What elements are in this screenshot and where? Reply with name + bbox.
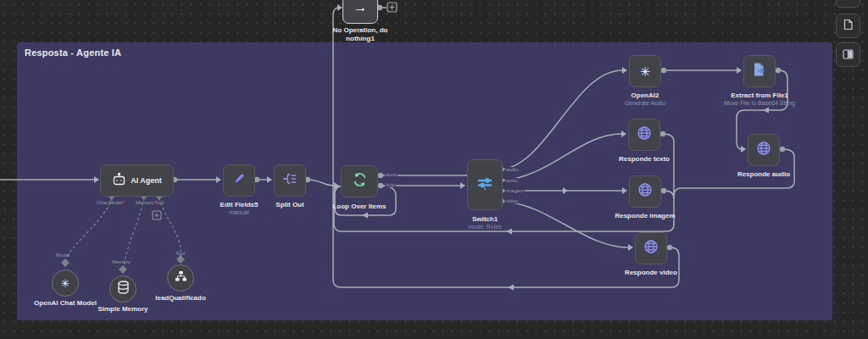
output-label-texto: texto — [505, 178, 518, 183]
connection-switch-texto — [501, 134, 621, 181]
node-title-ai-agent: AI Agent — [131, 176, 162, 185]
arrow-right-icon: → — [353, 0, 368, 14]
workflow-canvas[interactable]: Resposta - Agente IA — [0, 0, 868, 339]
node-label-openai-chat-model: OpenAI Chat Model — [34, 299, 97, 307]
node-leadqualificado[interactable] — [167, 264, 194, 292]
loop-icon — [352, 172, 368, 191]
output-dots[interactable] — [172, 5, 785, 250]
output-label-done: done — [385, 172, 398, 177]
node-responde-imagem[interactable] — [629, 175, 661, 208]
node-openai2[interactable]: ✳ — [629, 55, 661, 87]
split-panel-icon — [843, 47, 854, 63]
node-label-simple-memory: Simple Memory — [97, 305, 147, 313]
node-loop-over-items[interactable] — [341, 165, 378, 197]
node-responde-texto[interactable] — [628, 119, 660, 151]
node-openai-chat-model[interactable]: ✳ — [52, 270, 79, 297]
globe-icon — [637, 182, 653, 201]
node-simple-memory[interactable] — [109, 275, 136, 303]
file-icon — [843, 19, 854, 34]
toolbar-button-split-panel[interactable] — [836, 42, 860, 67]
dashed-chat-model — [66, 198, 112, 258]
connection-switch-video — [501, 201, 628, 247]
pencil-icon — [232, 172, 246, 189]
output-label-audio: audio — [505, 167, 520, 172]
file-export-icon — [753, 62, 767, 81]
connection-split-out-loop — [308, 180, 334, 186]
node-label-responde-video: Responde video — [625, 269, 677, 276]
openai-logo-icon: ✳ — [61, 278, 70, 289]
split-out-icon — [282, 172, 298, 189]
port-label-memory-sub: Memory — [112, 259, 131, 264]
node-label-no-operation: No Operation, donothing1 — [333, 26, 388, 44]
node-label-switch1: Switch1 — [472, 215, 498, 223]
node-split-out[interactable] — [274, 164, 306, 197]
globe-icon — [643, 239, 659, 258]
node-sublabel-switch1: mode: Rules — [468, 224, 501, 230]
globe-icon — [756, 141, 771, 159]
port-label-tool: Tool — [154, 200, 164, 205]
node-label-split-out: Split Out — [275, 201, 303, 208]
openai-logo-icon: ✳ — [640, 65, 651, 78]
robot-icon — [112, 173, 126, 189]
node-label-openai2: OpenAI2 — [632, 92, 659, 99]
node-label-responde-audio: Responde audio — [737, 170, 790, 178]
sub-node-dashed-lines — [66, 198, 181, 267]
output-label-imagem: imagem — [505, 188, 525, 193]
node-label-loop-over-items: Loop Over Items — [332, 203, 386, 210]
port-label-model: Model — [56, 253, 70, 258]
node-sublabel-extract-from-file1: Move File to Base64 String — [724, 100, 795, 106]
node-label-leadqualificado: leadQualificado — [155, 294, 206, 302]
node-extract-from-file1[interactable] — [743, 55, 776, 87]
sliders-icon — [476, 175, 493, 195]
connection-switch-audio-openai2 — [501, 70, 622, 170]
node-responde-audio[interactable] — [748, 134, 780, 166]
database-icon — [117, 281, 130, 297]
node-edit-fields5[interactable] — [223, 164, 255, 197]
dashed-tool — [159, 198, 181, 257]
port-label-memory: Memory — [136, 200, 154, 205]
sitemap-icon — [175, 270, 187, 286]
toolbar-button-file[interactable] — [836, 14, 860, 38]
output-label-video: video — [505, 198, 519, 203]
port-label-tool-sub: Tool — [175, 251, 185, 256]
connection-lines — [0, 8, 794, 287]
globe-icon — [637, 125, 652, 144]
node-label-responde-imagem: Responde imagem — [615, 212, 675, 220]
toolbar-button-partial[interactable] — [836, 0, 860, 8]
port-label-chat-model: Chat Model* — [97, 200, 125, 205]
node-no-operation[interactable]: → — [342, 0, 378, 24]
node-switch1[interactable] — [467, 159, 503, 210]
node-label-extract-from-file1: Extract from File1 — [731, 92, 788, 99]
node-label-responde-texto: Responde texto — [619, 155, 670, 163]
connection-video-to-noop — [333, 8, 679, 287]
node-sublabel-edit-fields5: manual — [230, 209, 249, 215]
node-label-edit-fields5: Edit Fields5 — [220, 201, 259, 208]
dashed-memory — [124, 198, 144, 267]
node-responde-video[interactable] — [635, 232, 667, 264]
node-sublabel-openai2: Generate Audio — [625, 100, 666, 106]
output-label-loop: loop — [385, 182, 396, 187]
node-ai-agent[interactable]: AI Agent — [100, 164, 174, 197]
